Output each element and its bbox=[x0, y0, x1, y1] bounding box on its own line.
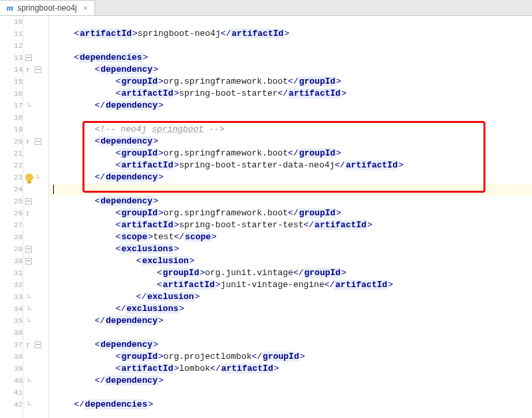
gutter-icons bbox=[23, 306, 49, 312]
code-line[interactable]: <artifactId>lombok</artifactId> bbox=[49, 363, 532, 375]
code-area[interactable]: <artifactId>springboot-neo4j</artifactId… bbox=[49, 16, 532, 418]
line-number: 14 bbox=[3, 64, 23, 76]
gutter-icons bbox=[23, 173, 49, 181]
xml-tag: dependency bbox=[105, 100, 158, 110]
xml-text: </ bbox=[74, 399, 84, 409]
code-line[interactable]: </dependency> bbox=[49, 375, 532, 387]
xml-text: > bbox=[158, 76, 164, 86]
code-line[interactable]: <groupId>org.springframework.boot</group… bbox=[49, 76, 532, 88]
fold-toggle-icon[interactable] bbox=[25, 258, 32, 264]
code-line[interactable] bbox=[49, 387, 532, 399]
fold-end-icon bbox=[25, 306, 32, 312]
xml-text: > bbox=[158, 100, 164, 110]
line-number: 20 bbox=[3, 136, 23, 148]
gutter-icons bbox=[23, 341, 49, 349]
close-icon[interactable]: × bbox=[84, 4, 88, 12]
xml-tag: scope bbox=[120, 232, 148, 242]
override-up-icon[interactable] bbox=[25, 138, 33, 146]
xml-text: </ bbox=[325, 280, 335, 290]
code-line[interactable] bbox=[49, 112, 532, 124]
line-number: 40 bbox=[3, 375, 23, 387]
line-number: 13 bbox=[3, 52, 23, 64]
code-line[interactable]: <scope>test</scope> bbox=[49, 231, 532, 243]
code-line[interactable]: </dependency> bbox=[49, 171, 532, 183]
line-number: 21 bbox=[3, 148, 23, 159]
code-line[interactable]: </exclusions> bbox=[49, 303, 532, 315]
code-line[interactable]: </dependency> bbox=[49, 100, 532, 112]
line-number: 38 bbox=[3, 351, 23, 363]
fold-toggle-icon[interactable] bbox=[35, 66, 41, 73]
code-line[interactable] bbox=[49, 183, 532, 195]
gutter-icons bbox=[23, 138, 49, 146]
code-line[interactable] bbox=[49, 40, 532, 52]
gutter-icons bbox=[23, 102, 49, 109]
code-line[interactable]: <dependency> bbox=[49, 195, 532, 207]
xml-text: spring-boot-starter-test bbox=[179, 220, 303, 230]
xml-text: > bbox=[158, 172, 164, 182]
xml-text: </ bbox=[136, 292, 147, 302]
code-editor[interactable]: 1011121314151617181920212223242526272829… bbox=[0, 16, 532, 418]
xml-text: > bbox=[174, 244, 179, 254]
xml-text: > bbox=[143, 52, 148, 62]
gutter-icons bbox=[23, 246, 49, 253]
xml-text: spring-boot-starter bbox=[179, 88, 277, 98]
code-line[interactable]: <groupId>org.springframework.boot</group… bbox=[49, 207, 532, 219]
xml-text: > bbox=[158, 352, 164, 362]
code-line[interactable]: <groupId>org.junit.vintage</groupId> bbox=[49, 267, 532, 279]
gutter-line: 22 bbox=[0, 159, 49, 171]
code-line[interactable]: <exclusion> bbox=[49, 255, 532, 267]
xml-text: </ bbox=[293, 268, 304, 278]
code-line[interactable]: <artifactId>spring-boot-starter-test</ar… bbox=[49, 219, 532, 231]
code-line[interactable]: <dependency> bbox=[49, 339, 532, 351]
xml-tag: exclusion bbox=[146, 292, 194, 302]
code-line[interactable] bbox=[49, 327, 532, 339]
line-number: 33 bbox=[3, 291, 23, 303]
xml-text: > bbox=[158, 208, 164, 218]
xml-text: </ bbox=[304, 220, 315, 230]
code-line[interactable]: <artifactId>springboot-neo4j</artifactId… bbox=[49, 28, 532, 40]
code-line[interactable]: <!-- neo4j springboot --> bbox=[49, 124, 532, 136]
gutter-line: 41 bbox=[0, 387, 49, 399]
gutter-icons bbox=[23, 377, 49, 384]
line-number: 17 bbox=[3, 100, 23, 112]
code-line[interactable]: <dependency> bbox=[49, 136, 532, 148]
line-number: 15 bbox=[3, 76, 23, 88]
line-number: 12 bbox=[3, 40, 23, 52]
code-line[interactable]: <groupId>org.springframework.boot</group… bbox=[49, 148, 532, 159]
override-up-icon[interactable] bbox=[25, 341, 33, 349]
xml-tag: artifactId bbox=[120, 220, 174, 230]
fold-toggle-icon[interactable] bbox=[25, 54, 32, 61]
fold-toggle-icon[interactable] bbox=[25, 246, 32, 253]
xml-tag: groupId bbox=[120, 148, 158, 158]
xml-text: > bbox=[158, 375, 164, 385]
file-tab[interactable]: m springboot-neo4j × bbox=[0, 0, 95, 15]
code-line[interactable]: </dependency> bbox=[49, 315, 532, 327]
xml-tag: groupId bbox=[120, 76, 158, 86]
code-line[interactable]: </exclusion> bbox=[49, 291, 532, 303]
intention-bulb-icon[interactable] bbox=[25, 173, 33, 181]
code-line[interactable]: <artifactId>spring-boot-starter-data-neo… bbox=[49, 159, 532, 171]
gutter-line: 24 bbox=[0, 183, 49, 195]
line-number: 30 bbox=[3, 255, 23, 267]
code-line[interactable]: <dependencies> bbox=[49, 52, 532, 64]
gutter-line: 20 bbox=[0, 136, 49, 148]
gutter-line: 39 bbox=[0, 363, 49, 375]
override-up-icon[interactable] bbox=[25, 66, 33, 74]
code-line[interactable]: <artifactId>spring-boot-starter</artifac… bbox=[49, 88, 532, 100]
code-line[interactable]: </dependencies> bbox=[49, 399, 532, 411]
fold-toggle-icon[interactable] bbox=[25, 198, 32, 205]
code-line[interactable]: <exclusions> bbox=[49, 243, 532, 255]
code-line[interactable]: <groupId>org.projectlombok</groupId> bbox=[49, 351, 532, 363]
xml-text: org.springframework.boot bbox=[164, 76, 288, 86]
fold-toggle-icon[interactable] bbox=[35, 138, 41, 145]
xml-text: > bbox=[153, 64, 158, 74]
code-line[interactable]: <dependency> bbox=[49, 64, 532, 76]
xml-tag: dependency bbox=[105, 172, 158, 182]
line-number: 36 bbox=[3, 327, 23, 339]
code-line[interactable] bbox=[49, 16, 532, 28]
code-line[interactable]: <artifactId>junit-vintage-engine</artifa… bbox=[49, 279, 532, 291]
fold-toggle-icon[interactable] bbox=[35, 342, 41, 348]
override-up-icon[interactable] bbox=[25, 209, 33, 217]
line-number: 16 bbox=[3, 88, 23, 100]
gutter-line: 35 bbox=[0, 315, 49, 327]
